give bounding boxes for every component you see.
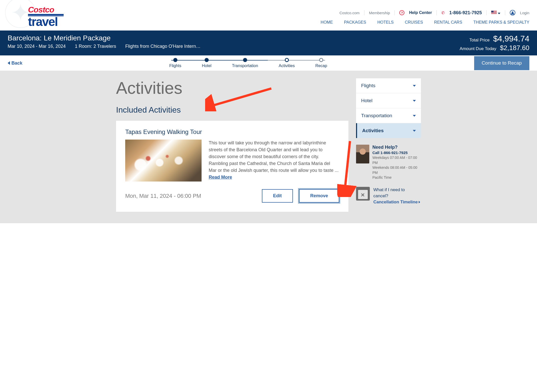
calendar-cancel-icon [356,187,370,201]
chevron-down-icon [413,85,416,87]
need-help-title: Need Help? [372,145,421,150]
help-hours-weekday: Weekdays 07:00 AM - 07:00 PM [372,155,421,165]
nav-cruises[interactable]: CRUISES [405,20,423,25]
help-hours-weekend: Weekends 08:00 AM - 05:00 PM [372,165,421,175]
read-more-link[interactable]: Read More [209,175,232,180]
annotation-arrow-icon [337,139,358,197]
phone-number[interactable]: 1-866-921-7925 [449,10,482,16]
sidebar-item-flights[interactable]: Flights [356,78,421,93]
step-transportation[interactable]: Transportation [232,58,258,71]
page-title: Activities [116,78,348,98]
amount-due: $2,187.60 [500,44,529,52]
package-title: Barcelona: Le Meridien Package [8,34,201,42]
sidebar-accordion: Flights Hotel Transportation Activities [356,78,421,138]
help-center-link[interactable]: Help Center [409,10,432,15]
section-title: Included Activities [116,105,348,115]
nav-theme-parks[interactable]: THEME PARKS & SPECIALTY [473,20,529,25]
logo[interactable]: ✦ Costco travel [8,3,76,31]
nav-packages[interactable]: PACKAGES [344,20,366,25]
summary-rooms: 1 Room: 2 Travelers [75,44,116,49]
caret-down-icon [498,13,500,14]
cancellation-timeline-link[interactable]: Cancellation Timeline [373,199,421,205]
activity-title: Tapas Evening Walking Tour [125,128,339,135]
total-price: $4,994.74 [493,34,529,43]
login-link[interactable]: Login [520,11,529,15]
step-label: Transportation [232,64,258,68]
step-label: Recap [315,64,327,68]
step-recap[interactable]: Recap [315,58,327,71]
help-phone[interactable]: Call 1-866-921-7925 [372,150,421,155]
summary-dates: Mar 10, 2024 - Mar 16, 2024 [8,44,66,49]
step-label: Hotel [202,64,211,68]
sidebar-item-label: Hotel [361,98,372,103]
chevron-right-icon [419,201,420,203]
continue-button[interactable]: Continue to Recap [474,56,529,70]
sidebar-item-transportation[interactable]: Transportation [356,108,421,123]
chevron-down-icon [413,115,416,117]
help-icon: ? [399,10,404,15]
back-link[interactable]: Back [8,61,22,66]
summary-flights: Flights from Chicago O'Hare Intern… [125,44,201,49]
sidebar-item-label: Transportation [361,113,392,118]
cancel-block: What if I need to cancel? Cancellation T… [356,187,421,205]
membership-link[interactable]: Membership [369,11,390,15]
locale-selector[interactable] [491,11,500,15]
sidebar-item-activities[interactable]: Activities [356,123,421,138]
back-label: Back [11,61,22,66]
chevron-down-icon [413,130,416,132]
nav-hotels[interactable]: HOTELS [377,20,394,25]
edit-button[interactable]: Edit [262,189,293,203]
costco-link[interactable]: Costco.com [340,11,360,15]
cancel-question: What if I need to cancel? [373,187,421,199]
sidebar-item-label: Activities [362,128,384,133]
chevron-down-icon [413,100,416,102]
svg-line-3 [345,141,350,189]
phone-icon: ✆ [441,10,445,15]
activity-image [125,140,202,182]
sidebar-item-hotel[interactable]: Hotel [356,93,421,108]
primary-nav: HOME PACKAGES HOTELS CRUISES RENTAL CARS… [321,20,529,25]
summary-bar: Barcelona: Le Meridien Package Mar 10, 2… [0,31,537,55]
activity-card: Tapas Evening Walking Tour This tour wil… [116,121,348,212]
chevron-left-icon [8,61,10,65]
activity-date: Mon, Mar 11, 2024 - 06:00 PM [125,193,201,199]
step-label: Activities [279,64,295,68]
amount-due-label: Amount Due Today [460,46,496,51]
sidebar-item-label: Flights [361,83,375,88]
activity-description: This tour will take you through the narr… [209,140,339,182]
nav-rental-cars[interactable]: RENTAL CARS [434,20,462,25]
help-tz: Pacific Time [372,175,421,180]
avatar [356,145,369,163]
person-icon [510,10,515,16]
need-help-block: Need Help? Call 1-866-921-7925 Weekdays … [356,145,421,180]
us-flag-icon [491,11,497,14]
step-activities[interactable]: Activities [279,58,295,71]
step-hotel[interactable]: Hotel [202,58,211,71]
total-price-label: Total Price [469,38,489,43]
step-flights[interactable]: Flights [169,58,181,71]
nav-home[interactable]: HOME [321,20,333,25]
step-label: Flights [169,64,181,68]
remove-button[interactable]: Remove [299,189,339,203]
